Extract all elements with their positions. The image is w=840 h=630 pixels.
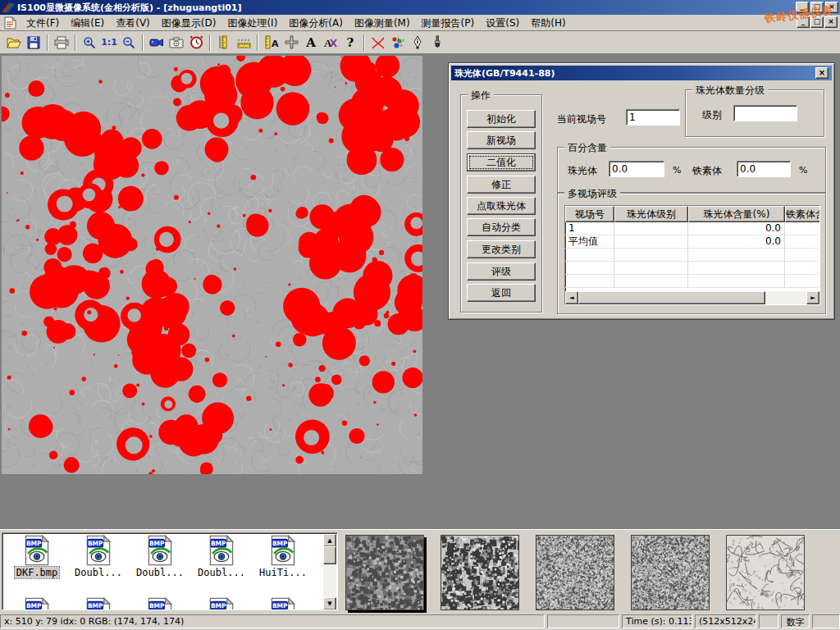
- menu-edit[interactable]: 编辑(E): [65, 16, 110, 30]
- grade-button[interactable]: 评级: [467, 262, 536, 281]
- file-item[interactable]: [69, 597, 128, 610]
- scrollbar-thumb[interactable]: [323, 546, 336, 564]
- menu-image-measure[interactable]: 图像测量(M): [349, 16, 416, 30]
- auto-classify-button[interactable]: 自动分类: [467, 218, 536, 236]
- file-item[interactable]: [253, 597, 313, 610]
- table-row[interactable]: [565, 249, 819, 262]
- scroll-down-icon[interactable]: ▼: [323, 597, 336, 610]
- menu-measure-report[interactable]: 测量报告(P): [416, 16, 481, 30]
- timer-clock-button[interactable]: [186, 33, 206, 52]
- menu-help[interactable]: 帮助(H): [525, 16, 571, 30]
- toolbar-separator: [75, 34, 76, 51]
- menu-settings[interactable]: 设置(S): [480, 16, 525, 30]
- table-row[interactable]: 1 0.0: [565, 222, 819, 235]
- file-item[interactable]: [192, 597, 251, 610]
- rating-table: 视场号 珠光体级别 珠光体含量(%) 铁素体含量(%) 1 0.0 平均值 0.…: [564, 205, 820, 305]
- cursor-info: x: 510 y: 79 idx: 0 RGB: (174, 174, 174): [0, 614, 545, 628]
- menu-file[interactable]: 文件(F): [21, 16, 65, 30]
- file-item[interactable]: HuiTi...: [253, 535, 313, 578]
- file-item-dkf[interactable]: DKF.bmp: [7, 535, 66, 578]
- curve-measure-button[interactable]: [368, 33, 388, 52]
- zoom-in-button[interactable]: [80, 33, 99, 52]
- scrollbar-track[interactable]: [765, 291, 806, 304]
- file-item[interactable]: [7, 597, 66, 610]
- restore-button[interactable]: □: [810, 2, 824, 13]
- ferrite-percent-input[interactable]: [737, 161, 791, 177]
- file-name: Doubl...: [135, 567, 185, 578]
- init-button[interactable]: 初始化: [467, 110, 536, 128]
- title-bar: IS100显微摄像系统(金相分析版) - [zhuguangti01] _ □ …: [0, 0, 840, 15]
- preview-thumbnail-3[interactable]: [536, 535, 614, 610]
- status-bar: x: 510 y: 79 idx: 0 RGB: (174, 174, 174)…: [0, 613, 840, 630]
- change-class-button[interactable]: 更改类别: [467, 240, 536, 258]
- capture-camera-icon: [169, 37, 184, 48]
- pick-pearlite-button[interactable]: 点取珠光体: [467, 197, 536, 215]
- metallographic-image[interactable]: [2, 56, 422, 474]
- preview-thumbnail-4[interactable]: [631, 535, 710, 610]
- scroll-up-icon[interactable]: ▲: [323, 534, 336, 547]
- vertical-ruler-button[interactable]: [214, 33, 234, 52]
- binarize-button[interactable]: 二值化: [467, 153, 536, 171]
- preview-thumbnail-2[interactable]: [441, 535, 519, 610]
- brush-button[interactable]: [427, 33, 447, 52]
- capture-camera-button[interactable]: [167, 33, 186, 52]
- zoom-out-button[interactable]: [119, 33, 139, 52]
- print-button[interactable]: [52, 33, 71, 52]
- mdi-minimize-button[interactable]: _: [797, 16, 810, 28]
- horizontal-ruler-button[interactable]: [234, 33, 253, 52]
- pen-button[interactable]: [408, 33, 427, 52]
- move-cross-button[interactable]: [281, 33, 301, 52]
- open-button[interactable]: [4, 33, 24, 52]
- col-field-number[interactable]: 视场号: [565, 206, 614, 222]
- mdi-restore-button[interactable]: □: [810, 16, 824, 28]
- col-ferrite-content[interactable]: 铁素体含量(%): [785, 206, 820, 222]
- return-button[interactable]: 返回: [467, 284, 536, 302]
- menu-view[interactable]: 查看(V): [110, 16, 156, 30]
- menu-image-analysis[interactable]: 图像分析(A): [283, 16, 349, 30]
- document-icon: [3, 16, 17, 30]
- text-annotation-button[interactable]: A: [301, 33, 321, 52]
- video-camera-button[interactable]: [147, 33, 167, 52]
- file-item[interactable]: [130, 597, 189, 610]
- pearlite-percent-input[interactable]: [609, 161, 664, 177]
- table-row[interactable]: [565, 262, 819, 275]
- ferrite-label: 铁素体: [692, 164, 722, 178]
- preview-thumbnail-1[interactable]: [345, 535, 424, 610]
- toolbar: 1:1 A A A ? 123: [0, 31, 840, 54]
- file-item[interactable]: Doubl...: [130, 535, 189, 578]
- menu-image-display[interactable]: 图像显示(D): [156, 16, 222, 30]
- table-row[interactable]: 平均值 0.0: [565, 235, 819, 249]
- cell: 0.0: [688, 235, 785, 249]
- grade-level-input[interactable]: [733, 105, 797, 121]
- cell: [785, 262, 820, 275]
- calibrate-ruler-button[interactable]: A: [262, 33, 281, 52]
- scroll-right-icon[interactable]: ►: [806, 291, 819, 304]
- file-item[interactable]: Doubl...: [192, 535, 251, 578]
- correct-button[interactable]: 修正: [467, 176, 536, 194]
- table-row[interactable]: [565, 275, 819, 288]
- dialog-close-button[interactable]: ×: [815, 67, 829, 79]
- preview-thumbnail-5[interactable]: [726, 535, 805, 610]
- col-pearlite-grade[interactable]: 珠光体级别: [614, 206, 688, 222]
- cell: [688, 249, 785, 262]
- ferrite-percent-sign: %: [799, 165, 807, 176]
- new-field-button[interactable]: 新视场: [467, 131, 536, 149]
- scrollbar-thumb[interactable]: [578, 291, 765, 304]
- menu-image-process[interactable]: 图像处理(I): [221, 16, 283, 30]
- help-button[interactable]: ?: [340, 33, 360, 52]
- actual-size-button[interactable]: 1:1: [99, 33, 119, 52]
- file-item[interactable]: Doubl...: [69, 535, 128, 578]
- delete-annotation-button[interactable]: A: [321, 33, 340, 52]
- mdi-close-button[interactable]: ×: [824, 16, 838, 28]
- current-field-input[interactable]: [626, 109, 680, 126]
- file-listbox: DKF.bmp Doubl... Doubl... Doubl... HuiTi…: [2, 532, 338, 610]
- bmp-file-icon: [84, 597, 112, 610]
- save-button[interactable]: [24, 33, 43, 52]
- count-marks-button[interactable]: 123: [388, 33, 408, 52]
- col-pearlite-content[interactable]: 珠光体含量(%): [688, 206, 785, 222]
- calibrate-ruler-icon: A: [265, 35, 279, 49]
- close-button[interactable]: ×: [825, 2, 838, 13]
- multi-field-group: 多视场评级 视场号 珠光体级别 珠光体含量(%) 铁素体含量(%) 1 0.0 …: [557, 193, 826, 314]
- minimize-button[interactable]: _: [796, 2, 809, 13]
- scroll-left-icon[interactable]: ◄: [565, 291, 578, 304]
